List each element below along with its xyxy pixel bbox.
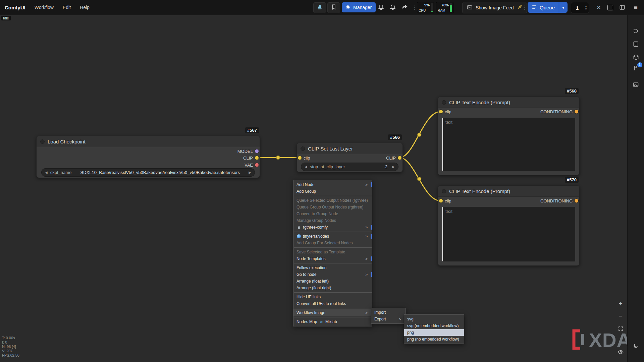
cpu-meter: 9% CPU: [417, 2, 434, 13]
output-conditioning[interactable]: CONDITIONING: [438, 197, 579, 204]
menu-item-arrange-float-right[interactable]: Arrange (float right): [293, 285, 372, 291]
menu-item-node-templates[interactable]: Node Templates >: [293, 255, 372, 262]
ram-label: RAM: [438, 9, 445, 12]
show-image-feed-button[interactable]: Show Image Feed: [462, 2, 527, 13]
collapse-dot-icon[interactable]: [442, 189, 446, 193]
submenu-indicator: [371, 256, 372, 261]
node-title-bar[interactable]: CLIP Text Encode (Prompt): [438, 97, 579, 108]
right-sidebar: 1: [627, 15, 644, 362]
submenu-item-export[interactable]: Export >: [371, 316, 406, 322]
menu-item-arrange-float-left[interactable]: Arrange (float left): [293, 278, 372, 285]
ram-value: 78%: [441, 3, 449, 7]
menu-item-follow-execution[interactable]: Follow execution: [293, 264, 372, 271]
node-clip-text-encode-top[interactable]: #568 CLIP Text Encode (Prompt) clip COND…: [438, 97, 580, 175]
collapse-dot-icon[interactable]: [40, 139, 45, 144]
bookmark-button[interactable]: [327, 2, 340, 13]
ram-meter: 78% RAM: [436, 2, 453, 13]
reroute-dot[interactable]: [276, 156, 280, 160]
prompt-textarea[interactable]: [442, 207, 575, 261]
menu-workflow[interactable]: Workflow: [35, 5, 54, 10]
menu-item-add-group[interactable]: Add Group: [293, 188, 372, 195]
export-format-submenu: svg svg (no embedded workflow) png png (…: [404, 314, 464, 344]
menu-help[interactable]: Help: [80, 5, 90, 10]
ckpt-name-combo-widget[interactable]: ◀ ckpt_name SDXL10_Base/realvisxlV50_v50…: [41, 168, 255, 177]
output-vae[interactable]: VAE: [37, 162, 260, 168]
combo-right-arrow-icon[interactable]: ▶: [249, 171, 251, 174]
menu-item-rgthree-comfy[interactable]: rgthree-comfy >: [293, 224, 372, 231]
batch-count-stepper[interactable]: 1 ▴ ▾: [571, 2, 589, 13]
submenu-item-svg-no-workflow[interactable]: svg (no embedded workflow): [404, 322, 464, 329]
zoom-in-button[interactable]: +: [616, 300, 625, 308]
clip-port-dot[interactable]: [255, 156, 259, 160]
xda-bracket-icon: [571, 329, 586, 351]
hamburger-menu-button[interactable]: ≡: [631, 3, 640, 12]
submenu-indicator: [371, 225, 372, 230]
stop-at-clip-layer-widget[interactable]: ◀ stop_at_clip_layer -2 ▶: [301, 163, 398, 171]
share-button[interactable]: [400, 3, 409, 11]
history-button[interactable]: [632, 27, 640, 35]
node-clip-text-encode-bottom[interactable]: #570 CLIP Text Encode (Prompt) clip COND…: [438, 185, 580, 266]
show-image-feed-label: Show Image Feed: [476, 5, 514, 10]
workflows-button[interactable]: 1: [632, 64, 640, 72]
submenu-item-png-no-workflow[interactable]: png (no embedded workflow): [404, 336, 464, 343]
vae-port-dot[interactable]: [255, 163, 259, 167]
node-title-bar[interactable]: CLIP Text Encode (Prompt): [438, 186, 579, 197]
output-clip[interactable]: CLIP: [297, 155, 402, 161]
gallery-button[interactable]: [632, 80, 640, 88]
node-title-bar[interactable]: CLIP Set Last Layer: [297, 143, 402, 154]
interrupt-button[interactable]: ×: [594, 3, 603, 12]
conditioning-port-dot[interactable]: [574, 110, 579, 114]
prompt-textarea[interactable]: [442, 118, 575, 171]
reroute-dot[interactable]: [418, 177, 421, 181]
combo-left-arrow-icon[interactable]: ◀: [45, 171, 48, 174]
menu-item-tinyterranodes[interactable]: tinyterraNodes >: [293, 233, 372, 240]
toggle-visibility-button[interactable]: [616, 348, 625, 356]
conditioning-port-dot[interactable]: [574, 199, 579, 203]
output-clip[interactable]: CLIP: [37, 155, 260, 161]
comfyui-app: ComfyUI Workflow Edit Help Manager: [0, 0, 644, 362]
node-title-bar[interactable]: Load Checkpoint: [37, 136, 260, 147]
submenu-arrow-icon: >: [366, 257, 369, 261]
queue-dropdown-chevron-icon[interactable]: ▾: [559, 5, 568, 10]
stepper-arrows[interactable]: ▴ ▾: [583, 5, 589, 11]
reroute-dot[interactable]: [418, 133, 421, 137]
model-library-button[interactable]: [632, 53, 640, 61]
combo-right-arrow-icon[interactable]: ▶: [392, 165, 395, 169]
menu-edit[interactable]: Edit: [63, 5, 71, 10]
submenu-item-import[interactable]: Import: [371, 309, 406, 316]
node-load-checkpoint[interactable]: #567 Load Checkpoint MODEL CLIP VAE ◀ ck…: [36, 136, 260, 178]
menu-item-convert-to-group-node: Convert to Group Node: [293, 210, 372, 217]
queue-button[interactable]: Queue ▾: [528, 2, 568, 13]
menu-item-hide-ue-links[interactable]: Hide UE links: [293, 294, 372, 300]
menu-item-workflow-image[interactable]: Workflow Image >: [293, 309, 372, 316]
output-conditioning[interactable]: CONDITIONING: [438, 108, 579, 115]
node-library-button[interactable]: [632, 40, 640, 48]
node-clip-set-last-layer[interactable]: #566 CLIP Set Last Layer clip CLIP ◀ sto…: [297, 143, 403, 172]
stop-icon: [607, 5, 613, 10]
model-port-dot[interactable]: [255, 149, 259, 154]
submenu-item-svg[interactable]: svg: [404, 316, 464, 322]
stop-button[interactable]: [606, 3, 614, 12]
zoom-out-button[interactable]: −: [616, 312, 625, 320]
collapse-dot-icon[interactable]: [442, 100, 446, 105]
stepper-down-icon[interactable]: ▾: [585, 8, 587, 11]
manager-button[interactable]: Manager: [342, 2, 376, 12]
theme-toggle-button[interactable]: [632, 342, 640, 350]
combo-left-arrow-icon[interactable]: ◀: [305, 165, 307, 169]
menu-item-nodes-map-mixlab[interactable]: Nodes Map ∞ Mixlab: [293, 318, 372, 325]
settings-gear-button[interactable]: [632, 361, 640, 362]
widget-value: -2: [348, 164, 390, 169]
collapse-dot-icon[interactable]: [301, 146, 305, 151]
submenu-item-png[interactable]: png: [404, 329, 464, 336]
panel-toggle-button[interactable]: [618, 3, 627, 12]
rgthree-button[interactable]: [313, 2, 326, 13]
fit-view-button[interactable]: [616, 324, 625, 333]
bypass-bell-button[interactable]: [388, 3, 397, 11]
menu-separator: [294, 263, 372, 263]
menu-item-add-node[interactable]: Add Node >: [293, 181, 372, 188]
output-model[interactable]: MODEL: [37, 148, 260, 155]
menu-item-go-to-node[interactable]: Go to node >: [293, 271, 372, 278]
menu-item-convert-all-ues[interactable]: Convert all UEs to real links: [293, 300, 372, 307]
clip-port-dot[interactable]: [397, 156, 402, 160]
mute-bell-button[interactable]: [377, 3, 385, 11]
